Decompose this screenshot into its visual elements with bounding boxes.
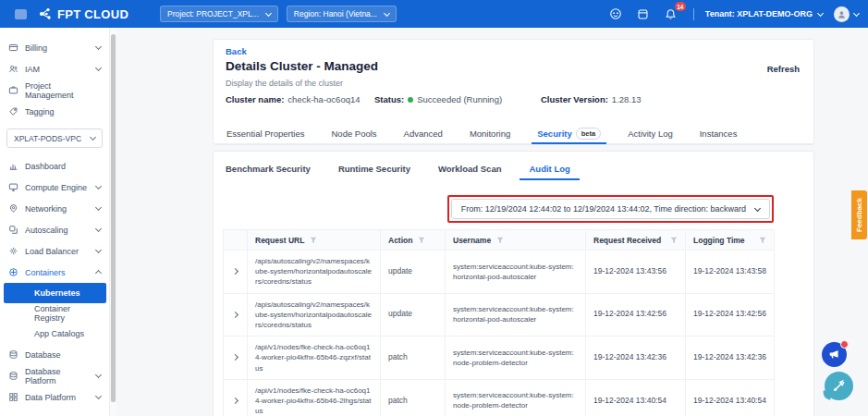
scrollbar-thumb[interactable] [111,34,116,402]
page-title: Details Cluster - Managed [226,59,378,73]
chevron-down-icon [265,9,272,16]
chevron-down-icon [853,9,860,16]
subtab-runtime-security[interactable]: Runtime Security [338,159,410,177]
sidebar-item-project-management[interactable]: Project Management [0,80,109,101]
sidebar-item-iam[interactable]: IAM [0,58,109,80]
region-selector[interactable]: Region: Hanoi (Vietna... [287,6,397,22]
tab-security[interactable]: Security beta [537,123,601,143]
data-platform-icon [8,392,18,402]
chevron-down-icon [754,204,761,211]
tenant-selector[interactable]: Tenant: XPLAT-DEMO-ORG [705,9,823,18]
beta-badge: beta [576,128,601,140]
subtab-audit-log[interactable]: Audit Log [529,159,569,177]
chat-bubble-tail [822,390,831,399]
announcements-button[interactable] [822,342,847,367]
action-cell: patch [381,379,446,416]
sidebar-item-networking[interactable]: Networking [0,198,109,219]
menu-icon[interactable] [15,9,27,19]
app-window: FPT CLOUD Project: PROJECT_XPL... Region… [0,0,868,416]
logging-time-cell: 19-12-2024 13:40:54 [686,379,775,416]
sidebar-item-kubernetes[interactable]: Kubernetes [4,283,106,303]
sidebar-item-container-registry[interactable]: Container Registry [0,303,109,324]
sidebar-item-billing[interactable]: Billing [0,37,109,58]
sidebar-item-load-balancer[interactable]: Load Balancer [0,240,109,262]
sidebar-item-app-catalogs[interactable]: App Catalogs [0,324,109,344]
request-received-cell: 19-12-2024 13:42:56 [586,293,686,336]
sidebar-item-compute-engine[interactable]: Compute Engine [0,177,109,198]
top-navigation-bar: FPT CLOUD Project: PROJECT_XPL... Region… [0,0,868,28]
column-action: Action [381,230,446,251]
version-value: 1.28.13 [612,94,642,104]
feedback-tab[interactable]: Feedback [851,190,867,239]
tab-instances[interactable]: Instances [700,123,738,143]
project-selector[interactable]: Project: PROJECT_XPL... [160,6,278,22]
tab-essential-properties[interactable]: Essential Properties [226,123,304,143]
sidebar: Billing IAM Project Management Tagging X… [0,28,109,416]
filter-funnel-icon[interactable] [310,237,317,244]
chevron-up-icon [95,270,102,276]
expand-row-icon[interactable] [232,354,238,361]
chevron-down-icon [90,134,96,141]
username-cell: system:serviceaccount:kube-system:node-p… [446,336,586,380]
chevron-down-icon [95,372,102,378]
app-launcher-icon[interactable] [636,6,651,21]
request-received-cell: 19-12-2024 13:43:56 [586,251,686,294]
user-menu[interactable] [834,6,859,22]
expand-column-header [224,230,248,251]
request-url-cell: /apis/autoscaling/v2/namespaces/kube-sys… [248,293,381,336]
notification-bell-icon[interactable]: 14 [664,6,679,21]
tab-advanced[interactable]: Advanced [404,123,443,143]
avatar [834,6,850,22]
filter-funnel-icon[interactable] [759,237,766,244]
sidebar-item-containers[interactable]: Containers [0,262,109,283]
expand-row-icon[interactable] [232,398,238,404]
filter-funnel-icon[interactable] [670,237,678,244]
refresh-button[interactable]: Refresh [767,64,800,74]
sidebar-item-dashboard[interactable]: Dashboard [0,155,109,177]
autoscaling-icon [8,225,18,235]
iam-icon [8,64,18,74]
chevron-down-icon [95,183,102,190]
sidebar-item-autoscaling[interactable]: Autoscaling [0,219,109,240]
containers-icon [8,267,18,277]
filter-funnel-icon[interactable] [418,237,425,244]
username-cell: system:serviceaccount:kube-system:horizo… [446,251,586,294]
chevron-down-icon [95,204,102,211]
tab-activity-log[interactable]: Activity Log [628,123,673,143]
cluster-name-group: Cluster name: check-ha-oc6oq14 [226,94,361,104]
tab-monitoring[interactable]: Monitoring [470,123,510,143]
subtab-workload-scan[interactable]: Workload Scan [438,159,501,177]
column-logging-time: Logging Time [686,230,775,251]
active-tab-underline [532,142,606,144]
page-subtitle: Display the details of the cluster [226,79,343,88]
help-community-icon[interactable] [608,6,623,21]
tab-node-pools[interactable]: Node Pools [331,123,376,143]
sidebar-item-database-platform[interactable]: Database Platform [0,365,109,386]
cluster-name-value: check-ha-oc6oq14 [287,94,360,104]
sidebar-item-data-platform[interactable]: Data Platform [0,386,109,408]
chevron-down-icon [95,65,102,71]
expand-row-icon[interactable] [232,312,238,318]
filter-funnel-icon[interactable] [496,237,504,244]
back-link[interactable]: Back [226,46,247,56]
sidebar-item-database[interactable]: Database [0,344,109,365]
sidebar-scrollbar[interactable] [109,28,116,416]
action-cell: patch [381,336,446,380]
time-range-filter[interactable]: From: 12/19/2024 12:44:02 to 12/19/2024 … [451,199,770,219]
vpc-selector[interactable]: XPLAT-PODS-VPC [6,128,103,148]
expand-row-icon[interactable] [232,268,238,275]
logging-time-cell: 19-12-2024 13:42:56 [686,293,775,336]
notification-badge: 14 [675,2,686,11]
sidebar-item-tagging[interactable]: Tagging [0,101,109,122]
request-received-cell: 19-12-2024 13:40:54 [586,379,686,416]
chevron-down-icon [95,226,102,232]
audit-log-table: Request URL Action Username Request Rece… [223,229,775,416]
support-chat-button[interactable] [825,372,853,400]
logging-time-cell: 19-12-2024 13:43:58 [686,251,775,294]
fpt-cloud-logo: FPT CLOUD [38,6,128,21]
divider [693,8,694,20]
version-group: Cluster Version: 1.28.13 [541,94,642,104]
cluster-info-row: Cluster name: check-ha-oc6oq14 Status: S… [226,94,801,105]
subtab-benchmark-security[interactable]: Benchmark Security [226,159,311,177]
status-dot-green [408,97,413,103]
